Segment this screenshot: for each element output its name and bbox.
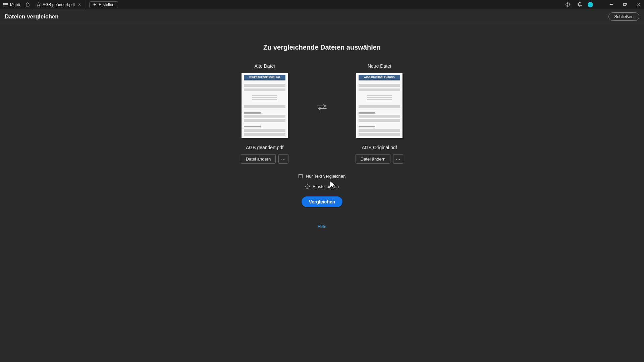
titlebar-right bbox=[564, 1, 643, 9]
new-file-name: AGB Original.pdf bbox=[362, 145, 397, 150]
tab-close-button[interactable]: × bbox=[77, 2, 82, 7]
compare-panel: Zu vergleichende Dateien auswählen Alte … bbox=[195, 44, 449, 229]
page-title: Dateien vergleichen bbox=[5, 13, 59, 20]
svg-point-12 bbox=[307, 186, 308, 187]
files-row: Alte Datei WIDERRUFSBELEHRUNG AG bbox=[195, 63, 449, 164]
title-bar: Menü AGB geändert.pdf × Erstellen bbox=[0, 0, 644, 9]
close-tool-button[interactable]: Schließen bbox=[608, 12, 639, 21]
checkbox-icon bbox=[299, 174, 303, 178]
new-file-buttons: Datei ändern ··· bbox=[356, 154, 403, 164]
maximize-icon bbox=[623, 3, 627, 6]
text-only-label: Nur Text vergleichen bbox=[306, 174, 345, 179]
old-file-buttons: Datei ändern ··· bbox=[241, 154, 288, 164]
star-icon bbox=[36, 2, 41, 7]
new-file-column: Neue Datei WIDERRUFSBELEHRUNG AG bbox=[339, 63, 420, 164]
old-file-label: Alte Datei bbox=[255, 63, 275, 69]
create-label: Erstellen bbox=[99, 2, 114, 7]
svg-point-4 bbox=[568, 5, 568, 6]
document-tab[interactable]: AGB geändert.pdf × bbox=[33, 0, 85, 9]
old-change-file-button[interactable]: Datei ändern bbox=[241, 154, 276, 164]
settings-link[interactable]: Einstellungen bbox=[305, 184, 339, 189]
main-area: Zu vergleichende Dateien auswählen Alte … bbox=[0, 24, 644, 362]
close-icon bbox=[636, 3, 640, 6]
swap-icon bbox=[317, 104, 327, 111]
doc-banner: WIDERRUFSBELEHRUNG bbox=[244, 75, 285, 80]
titlebar-left: Menü AGB geändert.pdf × Erstellen bbox=[1, 0, 118, 9]
panel-heading: Zu vergleichende Dateien auswählen bbox=[195, 44, 449, 51]
home-icon bbox=[25, 2, 30, 7]
new-change-file-button[interactable]: Datei ändern bbox=[356, 154, 390, 164]
minimize-icon bbox=[609, 3, 613, 6]
new-file-label: Neue Datei bbox=[368, 63, 391, 69]
notifications-button[interactable] bbox=[576, 1, 584, 9]
help-header-button[interactable] bbox=[564, 1, 572, 9]
plus-icon bbox=[93, 3, 97, 6]
bell-icon bbox=[577, 2, 582, 7]
svg-rect-7 bbox=[624, 3, 626, 5]
create-button[interactable]: Erstellen bbox=[89, 1, 118, 8]
user-avatar[interactable] bbox=[588, 2, 593, 7]
new-more-button[interactable]: ··· bbox=[393, 154, 403, 164]
options-group: Nur Text vergleichen Einstellungen Vergl… bbox=[195, 174, 449, 229]
settings-label: Einstellungen bbox=[313, 184, 339, 189]
app-menu-button[interactable]: Menü bbox=[1, 2, 22, 8]
tab-title: AGB geändert.pdf bbox=[43, 2, 75, 7]
text-only-checkbox[interactable]: Nur Text vergleichen bbox=[299, 174, 345, 179]
menu-label: Menü bbox=[10, 2, 20, 7]
help-link[interactable]: Hilfe bbox=[318, 224, 326, 229]
compare-button[interactable]: Vergleichen bbox=[302, 196, 343, 207]
help-circle-icon bbox=[565, 2, 570, 7]
doc-banner: WIDERRUFSBELEHRUNG bbox=[359, 75, 400, 80]
old-more-button[interactable]: ··· bbox=[278, 154, 288, 164]
new-file-thumbnail[interactable]: WIDERRUFSBELEHRUNG bbox=[356, 73, 403, 138]
home-button[interactable] bbox=[23, 1, 32, 9]
old-file-column: Alte Datei WIDERRUFSBELEHRUNG AG bbox=[224, 63, 305, 164]
gear-icon bbox=[305, 184, 310, 189]
tool-header: Dateien vergleichen Schließen bbox=[0, 9, 644, 24]
hamburger-icon bbox=[3, 3, 8, 6]
old-file-thumbnail[interactable]: WIDERRUFSBELEHRUNG bbox=[241, 73, 288, 138]
window-close-button[interactable] bbox=[633, 1, 643, 8]
swap-files-button[interactable] bbox=[317, 104, 327, 113]
window-maximize-button[interactable] bbox=[620, 1, 629, 8]
window-minimize-button[interactable] bbox=[606, 1, 616, 8]
old-file-name: AGB geändert.pdf bbox=[246, 145, 283, 150]
svg-marker-0 bbox=[37, 3, 40, 6]
